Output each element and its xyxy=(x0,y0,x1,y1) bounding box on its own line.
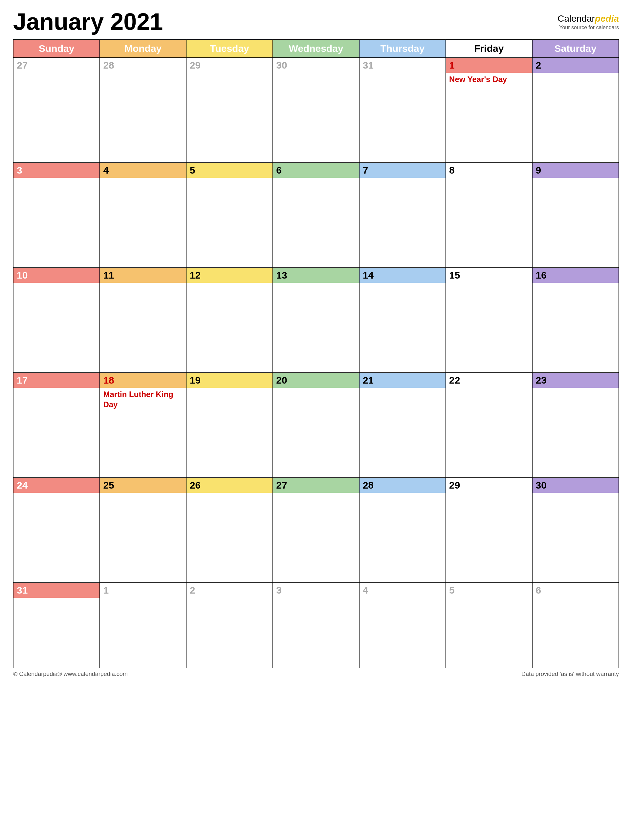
calendar-cell: 13 xyxy=(273,268,359,373)
calendar-cell: 4 xyxy=(100,163,186,268)
day-number: 29 xyxy=(187,58,272,73)
day-number: 27 xyxy=(273,478,359,493)
day-number: 8 xyxy=(446,163,532,178)
calendar-cell: 27 xyxy=(273,478,359,583)
day-header-monday: Monday xyxy=(100,40,186,58)
month-title: January 2021 xyxy=(13,10,163,33)
calendar-cell: 2 xyxy=(532,58,619,163)
day-header-thursday: Thursday xyxy=(359,40,445,58)
day-number: 31 xyxy=(13,583,100,598)
calendar-cell: 20 xyxy=(273,373,359,478)
day-number: 6 xyxy=(273,163,359,178)
day-header-sunday: Sunday xyxy=(13,40,100,58)
day-number: 3 xyxy=(13,163,100,178)
calendar-table: SundayMondayTuesdayWednesdayThursdayFrid… xyxy=(13,39,619,668)
day-number: 16 xyxy=(532,268,619,283)
calendar-cell: 23 xyxy=(532,373,619,478)
logo-tagline: Your source for calendars xyxy=(558,24,619,30)
day-number: 5 xyxy=(187,163,272,178)
calendar-cell: 11 xyxy=(100,268,186,373)
calendar-cell: 10 xyxy=(13,268,100,373)
calendar-cell: 27 xyxy=(13,58,100,163)
calendar-cell: 30 xyxy=(532,478,619,583)
footer-left: © Calendarpedia® www.calendarpedia.com xyxy=(13,671,128,677)
week-row-3: 10111213141516 xyxy=(13,268,619,373)
day-number: 30 xyxy=(273,58,359,73)
footer: © Calendarpedia® www.calendarpedia.com D… xyxy=(13,671,619,677)
day-header-saturday: Saturday xyxy=(532,40,619,58)
day-number: 4 xyxy=(360,583,445,598)
day-number: 27 xyxy=(13,58,100,73)
footer-right: Data provided 'as is' without warranty xyxy=(521,671,619,677)
calendar-cell: 5 xyxy=(186,163,272,268)
day-number: 23 xyxy=(532,373,619,388)
calendar-cell: 28 xyxy=(100,58,186,163)
calendar-cell: 1New Year's Day xyxy=(446,58,532,163)
day-number: 30 xyxy=(532,478,619,493)
day-number: 13 xyxy=(273,268,359,283)
day-number: 18 xyxy=(100,373,186,388)
calendar-cell: 15 xyxy=(446,268,532,373)
calendar-cell: 29 xyxy=(446,478,532,583)
day-number: 22 xyxy=(446,373,532,388)
week-row-6: 31123456 xyxy=(13,583,619,668)
calendar-cell: 3 xyxy=(273,583,359,668)
calendar-cell: 7 xyxy=(359,163,445,268)
holiday-label: New Year's Day xyxy=(446,73,532,84)
day-number: 20 xyxy=(273,373,359,388)
page-header: January 2021 Calendarpedia Your source f… xyxy=(13,10,619,33)
day-number: 28 xyxy=(100,58,186,73)
calendar-cell: 29 xyxy=(186,58,272,163)
calendar-cell: 6 xyxy=(532,583,619,668)
day-number: 6 xyxy=(532,583,619,598)
calendar-cell: 2 xyxy=(186,583,272,668)
calendar-cell: 12 xyxy=(186,268,272,373)
calendar-cell: 21 xyxy=(359,373,445,478)
calendar-cell: 16 xyxy=(532,268,619,373)
calendar-cell: 18Martin Luther King Day xyxy=(100,373,186,478)
day-header-tuesday: Tuesday xyxy=(186,40,272,58)
day-number: 26 xyxy=(187,478,272,493)
day-number: 4 xyxy=(100,163,186,178)
week-row-2: 3456789 xyxy=(13,163,619,268)
calendar-cell: 25 xyxy=(100,478,186,583)
day-number: 9 xyxy=(532,163,619,178)
day-number: 10 xyxy=(13,268,100,283)
calendar-cell: 9 xyxy=(532,163,619,268)
week-row-4: 1718Martin Luther King Day1920212223 xyxy=(13,373,619,478)
logo: Calendarpedia Your source for calendars xyxy=(558,13,619,30)
calendar-cell: 5 xyxy=(446,583,532,668)
day-number: 31 xyxy=(360,58,445,73)
calendar-cell: 14 xyxy=(359,268,445,373)
header-row: SundayMondayTuesdayWednesdayThursdayFrid… xyxy=(13,40,619,58)
holiday-label: Martin Luther King Day xyxy=(100,388,186,409)
day-number: 3 xyxy=(273,583,359,598)
calendar-cell: 6 xyxy=(273,163,359,268)
day-number: 7 xyxy=(360,163,445,178)
calendar-cell: 1 xyxy=(100,583,186,668)
calendar-cell: 17 xyxy=(13,373,100,478)
day-number: 24 xyxy=(13,478,100,493)
day-number: 1 xyxy=(446,58,532,73)
day-number: 2 xyxy=(187,583,272,598)
calendar-cell: 30 xyxy=(273,58,359,163)
logo-pedia-text: pedia xyxy=(595,13,619,24)
day-number: 17 xyxy=(13,373,100,388)
calendar-cell: 4 xyxy=(359,583,445,668)
calendar-cell: 28 xyxy=(359,478,445,583)
week-row-1: 27282930311New Year's Day2 xyxy=(13,58,619,163)
day-number: 14 xyxy=(360,268,445,283)
calendar-cell: 8 xyxy=(446,163,532,268)
day-header-wednesday: Wednesday xyxy=(273,40,359,58)
day-number: 28 xyxy=(360,478,445,493)
calendar-cell: 26 xyxy=(186,478,272,583)
day-number: 11 xyxy=(100,268,186,283)
day-number: 29 xyxy=(446,478,532,493)
calendar-cell: 31 xyxy=(13,583,100,668)
calendar-cell: 19 xyxy=(186,373,272,478)
day-number: 25 xyxy=(100,478,186,493)
calendar-cell: 31 xyxy=(359,58,445,163)
logo-calendar-text: Calendar xyxy=(558,13,595,24)
calendar-cell: 24 xyxy=(13,478,100,583)
day-number: 5 xyxy=(446,583,532,598)
